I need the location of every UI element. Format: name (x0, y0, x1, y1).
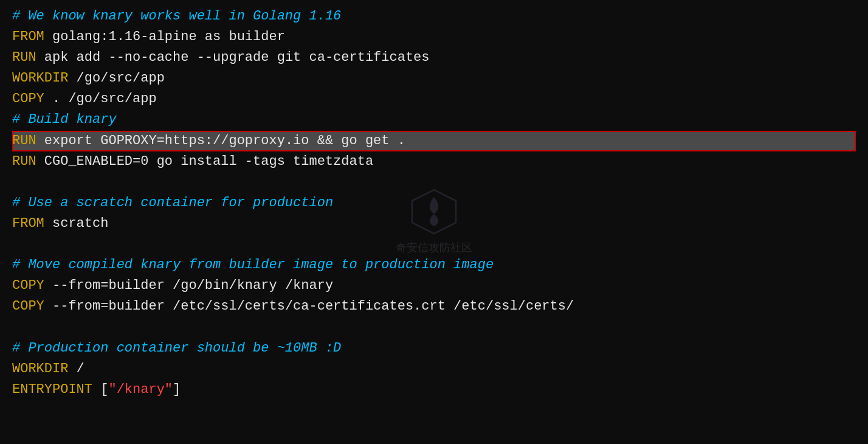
code-token: ] (173, 382, 181, 397)
code-token: golang:1.16-alpine as builder (44, 29, 285, 44)
code-line: RUN export GOPROXY=https://goproxy.io &&… (12, 131, 856, 151)
code-token: WORKDIR (12, 361, 68, 376)
code-token: RUN (12, 133, 36, 148)
code-line: COPY --from=builder /go/bin/knary /knary (12, 276, 856, 296)
code-token: # Move compiled knary from builder image… (12, 257, 494, 272)
code-token: export GOPROXY=https://goproxy.io && go … (36, 133, 405, 148)
code-line (12, 234, 856, 255)
code-token: RUN (12, 154, 36, 169)
code-token: apk add --no-cache --upgrade git ca-cert… (36, 50, 430, 65)
code-token: # Build knary (12, 112, 117, 127)
code-line (12, 317, 856, 338)
code-token: ENTRYPOINT (12, 382, 92, 397)
code-line: FROM golang:1.16-alpine as builder (12, 27, 856, 47)
code-token: # Production container should be ~10MB :… (12, 341, 341, 356)
code-token: CGO_ENABLED=0 go install -tags timetzdat… (36, 154, 374, 169)
code-line: RUN apk add --no-cache --upgrade git ca-… (12, 47, 856, 68)
code-token: --from=builder /go/bin/knary /knary (44, 278, 333, 293)
code-token: / (68, 361, 84, 376)
code-token: COPY (12, 91, 44, 106)
code-token: "/knary" (108, 382, 173, 397)
code-line: COPY . /go/src/app (12, 89, 856, 109)
code-token: WORKDIR (12, 71, 68, 86)
code-line: # We know knary works well in Golang 1.1… (12, 6, 856, 27)
code-line: # Build knary (12, 109, 856, 130)
code-token: --from=builder /etc/ssl/certs/ca-certifi… (44, 299, 574, 314)
code-line: # Use a scratch container for production (12, 193, 856, 213)
code-line: # Production container should be ~10MB :… (12, 338, 856, 359)
code-token: # Use a scratch container for production (12, 195, 333, 210)
code-line: WORKDIR /go/src/app (12, 68, 856, 89)
code-token: [ (92, 382, 108, 397)
code-token: /go/src/app (68, 71, 164, 86)
code-line: RUN CGO_ENABLED=0 go install -tags timet… (12, 151, 856, 172)
code-line: # Move compiled knary from builder image… (12, 255, 856, 276)
code-line: WORKDIR / (12, 359, 856, 380)
code-token: scratch (44, 216, 109, 231)
code-token: # We know knary works well in Golang 1.1… (12, 9, 341, 24)
code-line: FROM scratch (12, 213, 856, 234)
code-token: RUN (12, 50, 36, 65)
code-line (12, 172, 856, 193)
code-token: . /go/src/app (44, 91, 157, 106)
code-token: FROM (12, 216, 44, 231)
code-line: ENTRYPOINT ["/knary"] (12, 380, 856, 400)
code-container: # We know knary works well in Golang 1.1… (0, 0, 868, 406)
code-token: COPY (12, 299, 44, 314)
code-line: COPY --from=builder /etc/ssl/certs/ca-ce… (12, 296, 856, 317)
code-token: COPY (12, 278, 44, 293)
code-token: FROM (12, 29, 44, 44)
